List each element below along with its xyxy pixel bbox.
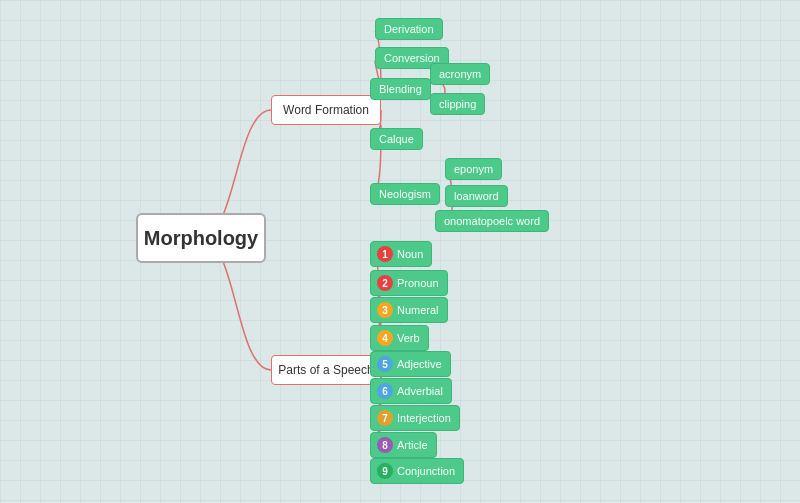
leaf-article: 8 Article bbox=[370, 432, 437, 458]
branch-parts-of-speech: Parts of a Speech bbox=[271, 355, 381, 385]
leaf-numeral: 3 Numeral bbox=[370, 297, 448, 323]
leaf-acronym: acronym bbox=[430, 63, 490, 85]
leaf-adverbial: 6 Adverbial bbox=[370, 378, 452, 404]
leaf-neologism: Neologism bbox=[370, 183, 440, 205]
leaf-interjection: 7 Interjection bbox=[370, 405, 460, 431]
leaf-onomatopoeia: onomatopoelc word bbox=[435, 210, 549, 232]
leaf-calque: Calque bbox=[370, 128, 423, 150]
branch-word-formation: Word Formation bbox=[271, 95, 381, 125]
leaf-derivation: Derivation bbox=[375, 18, 443, 40]
leaf-verb: 4 Verb bbox=[370, 325, 429, 351]
leaf-adjective: 5 Adjective bbox=[370, 351, 451, 377]
mind-map: Morphology Word Formation Parts of a Spe… bbox=[0, 0, 800, 503]
root-node: Morphology bbox=[136, 213, 266, 263]
leaf-blending: Blending bbox=[370, 78, 431, 100]
leaf-noun: 1 Noun bbox=[370, 241, 432, 267]
leaf-conjunction: 9 Conjunction bbox=[370, 458, 464, 484]
leaf-clipping: clipping bbox=[430, 93, 485, 115]
leaf-loanword: loanword bbox=[445, 185, 508, 207]
leaf-eponym: eponym bbox=[445, 158, 502, 180]
leaf-pronoun: 2 Pronoun bbox=[370, 270, 448, 296]
